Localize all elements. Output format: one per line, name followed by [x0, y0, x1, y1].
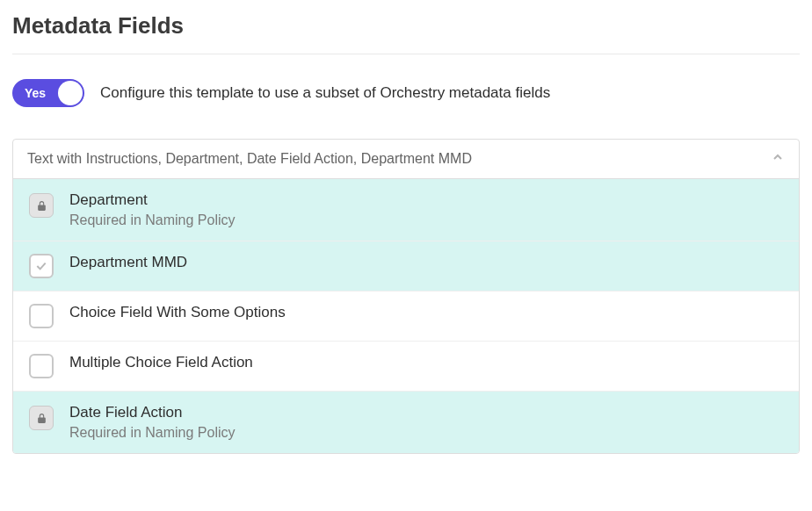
field-checkbox[interactable]: [29, 254, 54, 278]
field-row[interactable]: Department MMD: [13, 241, 799, 291]
field-subtitle: Required in Naming Policy: [69, 425, 236, 441]
field-row[interactable]: Choice Field With Some Options: [13, 291, 799, 342]
panel-body: Department Required in Naming Policy Dep…: [13, 178, 799, 453]
field-subtitle: Required in Naming Policy: [69, 212, 236, 228]
field-row[interactable]: Department Required in Naming Policy: [13, 179, 799, 241]
field-name: Department: [69, 191, 236, 209]
field-name: Date Field Action: [69, 404, 236, 421]
field-row[interactable]: Multiple Choice Field Action: [13, 342, 799, 392]
toggle-description: Configure this template to use a subset …: [100, 84, 550, 102]
field-name: Multiple Choice Field Action: [69, 354, 253, 371]
field-name: Department MMD: [69, 254, 187, 271]
chevron-up-icon: [771, 150, 785, 168]
use-subset-toggle[interactable]: Yes: [12, 79, 84, 107]
page-title: Metadata Fields: [12, 12, 800, 54]
toggle-row: Yes Configure this template to use a sub…: [12, 79, 800, 107]
panel-header[interactable]: Text with Instructions, Department, Date…: [13, 140, 799, 178]
field-checkbox[interactable]: [29, 304, 54, 328]
panel-summary: Text with Instructions, Department, Date…: [27, 151, 472, 167]
field-name: Choice Field With Some Options: [69, 304, 286, 321]
lock-icon: [29, 193, 54, 218]
field-checkbox[interactable]: [29, 354, 54, 378]
field-row[interactable]: Date Field Action Required in Naming Pol…: [13, 392, 799, 453]
toggle-knob: [58, 81, 83, 105]
toggle-label: Yes: [25, 86, 46, 100]
fields-panel: Text with Instructions, Department, Date…: [12, 139, 800, 454]
lock-icon: [29, 406, 54, 430]
